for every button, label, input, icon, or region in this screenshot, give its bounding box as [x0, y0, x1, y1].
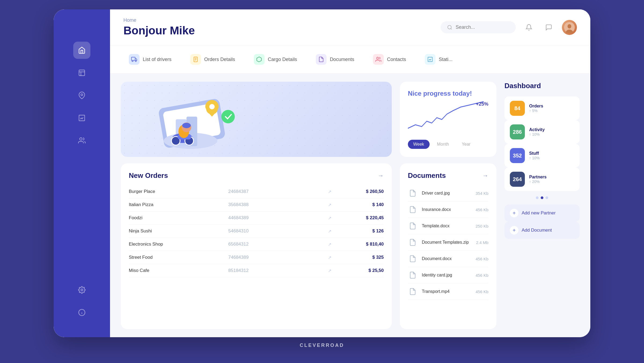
order-row: Foodzi 44684389 ↗ $ 220,45	[129, 211, 384, 225]
stat-card: 352 Stuff ↑ 10%	[504, 144, 580, 167]
tab-statistics[interactable]: Stati...	[419, 51, 458, 68]
stat-badge: 264	[510, 172, 525, 187]
svg-point-3	[81, 94, 83, 96]
doc-name: Transport.mp4	[422, 289, 471, 294]
search-box[interactable]	[441, 21, 516, 33]
dashboard-title: Dashboard	[504, 82, 580, 90]
order-name: Burger Place	[129, 189, 223, 194]
doc-icon	[408, 238, 418, 247]
stat-card: 286 Activity ↑ 10%	[504, 120, 580, 144]
sidebar-item-home[interactable]	[73, 42, 90, 59]
order-arrow-icon: ↗	[328, 229, 331, 234]
stat-badge: 84	[510, 101, 525, 116]
order-price: $ 810,40	[337, 242, 384, 247]
header-right	[441, 20, 577, 35]
doc-icon	[408, 287, 418, 296]
order-arrow-icon: ↗	[328, 215, 331, 221]
svg-rect-4	[79, 115, 85, 121]
svg-line-11	[451, 28, 452, 29]
tab-month[interactable]: Month	[432, 140, 454, 149]
orders-list: Burger Place 24684387 ↗ $ 260,50 Italian…	[129, 185, 384, 277]
doc-name: Template.docx	[422, 224, 471, 228]
stat-pct: ↑ 20%	[529, 179, 574, 184]
tab-cargo-details[interactable]: Cargo Details	[248, 51, 302, 68]
order-id: 24684387	[228, 189, 323, 194]
sidebar-item-settings[interactable]	[73, 281, 90, 299]
sidebar-item-orders[interactable]	[73, 64, 90, 81]
doc-size: 250 Kb	[475, 224, 488, 228]
doc-name: Document.docx	[422, 256, 471, 261]
search-input[interactable]	[456, 24, 509, 30]
tab-documents[interactable]: Documents	[310, 51, 360, 68]
tab-year[interactable]: Year	[456, 140, 476, 149]
breadcrumb: Home	[123, 17, 195, 23]
avatar[interactable]	[562, 20, 577, 35]
tab-label-orders: Orders Details	[204, 57, 235, 62]
app-container: Home Bonjour Mike	[54, 9, 590, 337]
documents-arrow[interactable]: →	[482, 172, 488, 179]
order-row: Ninja Sushi 54684310 ↗ $ 126	[129, 225, 384, 238]
dot-3	[546, 196, 548, 199]
documents-card: Documents → Driver card.jpg 354 Kb	[400, 163, 496, 329]
doc-name: Document Templates.zip	[422, 240, 472, 245]
sidebar-item-contacts[interactable]	[73, 132, 90, 149]
tab-icon-contacts	[373, 54, 384, 65]
new-orders-arrow[interactable]: →	[378, 172, 384, 179]
doc-size: 456 Kb	[475, 257, 488, 261]
order-name: Italian Pizza	[129, 202, 223, 207]
tab-icon-drivers	[129, 54, 140, 65]
svg-point-30	[209, 104, 215, 109]
nav-tabs: List of drivers Orders Details Cargo Det…	[110, 45, 590, 74]
svg-point-13	[568, 24, 571, 28]
stat-pct: ↑ 5%	[529, 109, 574, 113]
order-row: Italian Pizza 35684388 ↗ $ 140	[129, 198, 384, 211]
order-price: $ 220,45	[337, 215, 384, 221]
doc-row: Insurance.docx 456 Kb	[408, 202, 488, 218]
stat-info: Partners ↑ 20%	[529, 175, 574, 184]
tab-week[interactable]: Week	[408, 140, 430, 149]
new-orders-card: New Orders → Burger Place 24684387 ↗ $ 2…	[121, 163, 392, 329]
plus-icon: +	[510, 226, 518, 235]
order-name: Miso Cafe	[129, 268, 223, 273]
stat-info: Orders ↑ 5%	[529, 104, 574, 113]
tab-list-of-drivers[interactable]: List of drivers	[123, 51, 177, 68]
documents-title: Documents	[408, 171, 446, 180]
action-button[interactable]: + Add Document	[504, 222, 580, 239]
svg-point-38	[182, 123, 191, 128]
svg-rect-23	[428, 57, 433, 62]
order-name: Ninja Sushi	[129, 228, 223, 234]
progress-title: Nice progress today!	[408, 90, 488, 97]
order-arrow-icon: ↗	[328, 268, 331, 273]
tab-contacts[interactable]: Contacts	[368, 51, 411, 68]
tab-label-contacts: Contacts	[387, 57, 406, 62]
tab-orders-details[interactable]: Orders Details	[185, 51, 240, 68]
sidebar-bottom	[73, 281, 90, 326]
stat-info: Activity ↑ 10%	[529, 127, 574, 136]
sidebar-item-analytics[interactable]	[73, 109, 90, 127]
order-id: 35684388	[228, 202, 323, 207]
message-icon[interactable]	[542, 21, 555, 34]
sidebar-item-location[interactable]	[73, 87, 90, 104]
action-button[interactable]: + Add new Partner	[504, 204, 580, 222]
stat-info: Stuff ↑ 10%	[529, 151, 574, 160]
doc-row: Driver card.jpg 354 Kb	[408, 185, 488, 202]
tab-icon-stats	[425, 54, 436, 65]
notification-icon[interactable]	[522, 21, 536, 34]
stat-pct: ↑ 10%	[529, 132, 574, 136]
tab-icon-orders	[190, 54, 201, 65]
sidebar-item-info[interactable]	[73, 304, 90, 321]
header: Home Bonjour Mike	[110, 9, 590, 45]
hero-banner	[121, 82, 392, 157]
progress-card: Nice progress today! +25% Week Month Yea…	[400, 82, 496, 157]
middle-column: Nice progress today! +25% Week Month Yea…	[400, 82, 496, 329]
tab-icon-documents	[316, 54, 327, 65]
sidebar-nav	[73, 42, 90, 281]
doc-row: Identity card.jpg 456 Kb	[408, 267, 488, 283]
new-orders-header: New Orders →	[129, 171, 384, 180]
doc-icon	[408, 221, 418, 231]
doc-size: 456 Kb	[475, 273, 488, 278]
order-price: $ 325	[337, 255, 384, 260]
doc-name: Driver card.jpg	[422, 191, 471, 196]
percent-badge: +25%	[476, 101, 488, 107]
svg-rect-0	[79, 70, 85, 76]
